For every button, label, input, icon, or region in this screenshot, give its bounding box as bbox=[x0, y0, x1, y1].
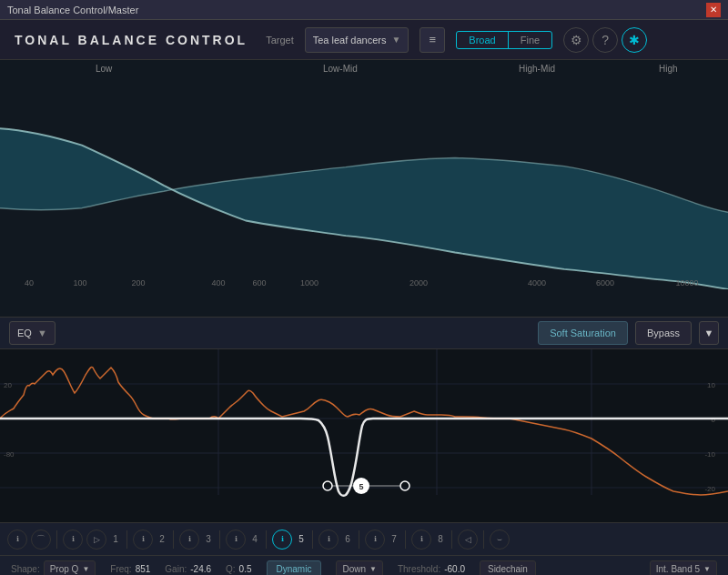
svg-text:200: 200 bbox=[131, 279, 145, 288]
menu-icon-button[interactable]: ≡ bbox=[420, 27, 445, 53]
band-divider-5 bbox=[312, 530, 313, 549]
preset-dropdown-wrap[interactable]: Tea leaf dancers ▼ bbox=[305, 27, 410, 53]
threshold-value: -60.0 bbox=[444, 564, 465, 574]
svg-text:5: 5 bbox=[359, 482, 363, 491]
direction-value: Down bbox=[342, 564, 366, 574]
band-divider-0 bbox=[56, 530, 57, 549]
help-button[interactable]: ? bbox=[592, 27, 618, 53]
eq-type-dropdown[interactable]: EQ ▼ bbox=[9, 321, 56, 345]
svg-text:4000: 4000 bbox=[528, 279, 546, 288]
band-info-btn-5[interactable]: ℹ bbox=[272, 530, 292, 550]
svg-text:10000: 10000 bbox=[675, 279, 698, 288]
band-info-btn-2[interactable]: ℹ bbox=[133, 530, 153, 550]
gain-label: Gain: bbox=[165, 564, 187, 574]
svg-text:100: 100 bbox=[73, 279, 86, 288]
svg-text:-80: -80 bbox=[4, 450, 15, 459]
svg-text:10: 10 bbox=[707, 381, 715, 389]
band-info-btn-8[interactable]: ℹ bbox=[411, 530, 431, 550]
band-num-5: 5 bbox=[296, 534, 307, 544]
int-band-value: Int. Band 5 bbox=[656, 564, 700, 574]
band-num-1: 1 bbox=[110, 534, 121, 544]
svg-text:1000: 1000 bbox=[300, 279, 318, 288]
eq-right-buttons: Soft Saturation Bypass ▼ bbox=[538, 321, 719, 345]
band-divider-3 bbox=[219, 530, 220, 549]
target-label: Target bbox=[266, 35, 294, 45]
band-divider-7 bbox=[405, 530, 406, 549]
q-label: Q: bbox=[226, 564, 236, 574]
svg-text:-20: -20 bbox=[704, 485, 715, 493]
q-value: 0.5 bbox=[239, 564, 252, 574]
svg-text:400: 400 bbox=[211, 279, 225, 288]
titlebar: Tonal Balance Control/Master ✕ bbox=[0, 0, 728, 20]
fine-mode-button[interactable]: Fine bbox=[508, 32, 551, 48]
band-divider-8 bbox=[451, 530, 452, 549]
eq-dropdown-chevron: ▼ bbox=[37, 328, 47, 338]
freq-value: 851 bbox=[136, 564, 151, 574]
eq-area: 20 -80 10 0 -10 -20 5 bbox=[0, 349, 728, 522]
threshold-group: Threshold: -60.0 bbox=[398, 564, 465, 574]
param-bar: Shape: Prop Q ▼ Freq: 851 Gain: -24.6 Q:… bbox=[0, 555, 728, 575]
eq-svg: 20 -80 10 0 -10 -20 5 bbox=[0, 349, 728, 522]
eq-more-dropdown[interactable]: ▼ bbox=[699, 321, 719, 345]
band-info-btn-7[interactable]: ℹ bbox=[365, 530, 385, 550]
gain-value: -24.6 bbox=[190, 564, 211, 574]
svg-text:600: 600 bbox=[252, 279, 266, 288]
band-num-6: 6 bbox=[342, 534, 353, 544]
direction-chevron-icon: ▼ bbox=[369, 565, 377, 573]
settings-button[interactable]: ⚙ bbox=[563, 27, 589, 53]
band-divider-r bbox=[483, 530, 484, 549]
band-shape-right-1[interactable]: ◁ bbox=[458, 530, 478, 550]
svg-text:40: 40 bbox=[25, 279, 34, 288]
dynamic-button[interactable]: Dynamic bbox=[267, 560, 322, 576]
svg-text:20: 20 bbox=[4, 381, 12, 389]
band-info-btn-4[interactable]: ℹ bbox=[226, 530, 246, 550]
low-band-label: Low bbox=[96, 64, 112, 74]
close-button[interactable]: ✕ bbox=[706, 3, 721, 17]
eq-type-label: EQ bbox=[17, 328, 32, 338]
svg-text:2000: 2000 bbox=[410, 279, 428, 288]
mode-buttons: Broad Fine bbox=[456, 31, 552, 49]
shape-label: Shape: bbox=[11, 564, 40, 574]
spectrum-area: Low Low-Mid High-Mid High ⊞ ⊞ Crest Fact… bbox=[0, 60, 728, 317]
band-info-btn-6[interactable]: ℹ bbox=[318, 530, 339, 550]
band-info-1[interactable]: ℹ bbox=[7, 530, 27, 550]
shape-value: Prop Q bbox=[50, 564, 79, 574]
direction-dropdown[interactable]: Down ▼ bbox=[336, 560, 383, 576]
band-num-2: 2 bbox=[157, 534, 167, 544]
band-num-8: 8 bbox=[435, 534, 446, 544]
sidechain-button[interactable]: Sidechain bbox=[480, 560, 536, 576]
shape-group: Shape: Prop Q ▼ bbox=[11, 560, 96, 576]
header: TONAL BALANCE CONTROL Target Tea leaf da… bbox=[0, 20, 728, 60]
band-num-4: 4 bbox=[249, 534, 260, 544]
q-group: Q: 0.5 bbox=[226, 564, 251, 574]
asterisk-button[interactable]: ✱ bbox=[622, 27, 647, 53]
band-shape-btn-1[interactable]: ▷ bbox=[86, 530, 106, 550]
svg-text:-10: -10 bbox=[704, 450, 715, 459]
int-band-chevron-icon: ▼ bbox=[703, 565, 711, 573]
gain-group: Gain: -24.6 bbox=[165, 564, 211, 574]
band-num-3: 3 bbox=[203, 534, 214, 544]
svg-text:6000: 6000 bbox=[596, 279, 614, 288]
band-info-btn-1[interactable]: ℹ bbox=[63, 530, 83, 550]
shape-dropdown[interactable]: Prop Q ▼ bbox=[44, 560, 96, 576]
soft-saturation-button[interactable]: Soft Saturation bbox=[538, 321, 628, 345]
high-band-label: High bbox=[659, 64, 678, 74]
band-divider-6 bbox=[359, 530, 359, 549]
svg-text:0: 0 bbox=[712, 416, 716, 424]
titlebar-title: Tonal Balance Control/Master bbox=[7, 5, 138, 15]
band-shape-right-2[interactable]: ⌣ bbox=[490, 530, 510, 550]
preset-chevron-icon: ▼ bbox=[391, 35, 400, 45]
int-band-dropdown[interactable]: Int. Band 5 ▼ bbox=[650, 560, 717, 576]
preset-value: Tea leaf dancers bbox=[313, 35, 387, 45]
band-shape-curve-1[interactable]: ⌒ bbox=[31, 530, 51, 550]
band-info-btn-3[interactable]: ℹ bbox=[179, 530, 199, 550]
bypass-button[interactable]: Bypass bbox=[635, 321, 692, 345]
band-controls: ℹ ⌒ ℹ ▷ 1 ℹ 2 ℹ 3 ℹ 4 ℹ 5 ℹ 6 ℹ 7 ℹ 8 ◁ … bbox=[0, 522, 728, 555]
broad-mode-button[interactable]: Broad bbox=[457, 32, 507, 48]
band-divider-1 bbox=[126, 530, 127, 549]
band-divider-2 bbox=[173, 530, 174, 549]
band-divider-4 bbox=[266, 530, 267, 549]
eq-toolbar: EQ ▼ Soft Saturation Bypass ▼ bbox=[0, 317, 728, 349]
shape-chevron-icon: ▼ bbox=[82, 565, 89, 573]
high-mid-band-label: High-Mid bbox=[519, 64, 555, 74]
